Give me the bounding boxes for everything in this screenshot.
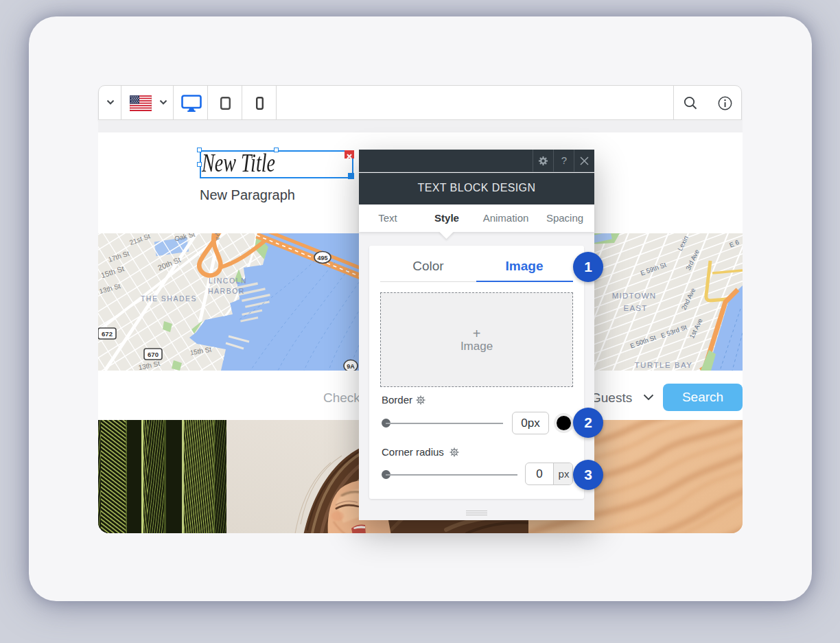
svg-text:TURTLE BAY: TURTLE BAY bbox=[635, 361, 693, 369]
svg-text:LINCOLN: LINCOLN bbox=[209, 277, 247, 285]
svg-text:9A: 9A bbox=[347, 363, 355, 370]
svg-text:THE SHADES: THE SHADES bbox=[141, 294, 197, 303]
svg-text:MIDTOWN: MIDTOWN bbox=[612, 292, 656, 300]
svg-text:EAST: EAST bbox=[624, 304, 648, 312]
svg-text:672: 672 bbox=[102, 330, 113, 338]
svg-text:495: 495 bbox=[317, 255, 327, 261]
svg-text:HARBOR: HARBOR bbox=[208, 287, 245, 295]
svg-text:670: 670 bbox=[148, 351, 159, 358]
